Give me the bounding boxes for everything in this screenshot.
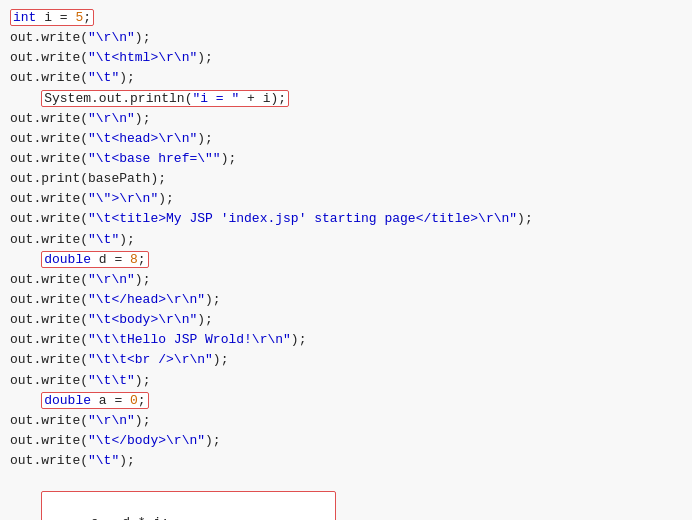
code-line-21: out.write("\r\n"); [10, 411, 682, 431]
code-line-22: out.write("\t</body>\r\n"); [10, 431, 682, 451]
code-line-5: System.out.println("i = " + i); [10, 89, 682, 109]
code-line-11: out.write("\t<title>My JSP 'index.jsp' s… [10, 209, 682, 229]
code-line-9: out.print(basePath); [10, 169, 682, 189]
code-line-15: out.write("\t</head>\r\n"); [10, 290, 682, 310]
code-line-8: out.write("\t<base href=\""); [10, 149, 682, 169]
code-line-4: out.write("\t"); [10, 68, 682, 88]
code-line-14: out.write("\r\n"); [10, 270, 682, 290]
code-line-2: out.write("\r\n"); [10, 28, 682, 48]
code-line-6: out.write("\r\n"); [10, 109, 682, 129]
code-line-23: out.write("\t"); [10, 451, 682, 471]
code-line-18: out.write("\t\t<br />\r\n"); [10, 350, 682, 370]
highlight-int-i: int i = 5; [10, 9, 94, 26]
code-line-17: out.write("\t\tHello JSP Wrold!\r\n"); [10, 330, 682, 350]
code-line-16: out.write("\t<body>\r\n"); [10, 310, 682, 330]
code-line-20: double a = 0; [10, 391, 682, 411]
code-block: int i = 5; out.write("\r\n"); out.write(… [0, 0, 692, 520]
code-line-12: out.write("\t"); [10, 230, 682, 250]
code-line-13: double d = 8; [10, 250, 682, 270]
code-line-7: out.write("\t<head>\r\n"); [10, 129, 682, 149]
highlight-println-i: System.out.println("i = " + i); [41, 90, 289, 107]
highlight-a-calc-block: a = d * i; System.out.println("a = " + a… [41, 491, 336, 520]
code-line-3: out.write("\t<html>\r\n"); [10, 48, 682, 68]
code-line-1: int i = 5; [10, 8, 682, 28]
highlight-double-a: double a = 0; [41, 392, 148, 409]
code-line-24-block: a = d * i; System.out.println("a = " + a… [10, 471, 682, 520]
highlight-double-d: double d = 8; [41, 251, 148, 268]
code-line-10: out.write("\">\r\n"); [10, 189, 682, 209]
code-line-19: out.write("\t\t"); [10, 371, 682, 391]
